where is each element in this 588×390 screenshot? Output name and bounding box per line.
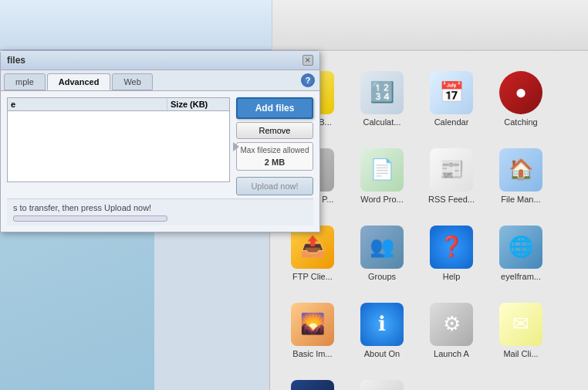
icon-item-13[interactable]: ℹAbout On (347, 290, 417, 364)
max-filesize-label: Max filesize allowed (240, 146, 309, 154)
file-list-header: e Size (KB) (8, 98, 229, 111)
file-list-area: e Size (KB) Add files Remove Max filesiz… (7, 97, 313, 195)
icon-item-9[interactable]: 👥Groups (347, 213, 417, 287)
progress-bar (13, 215, 167, 222)
dialog-content: e Size (KB) Add files Remove Max filesiz… (1, 91, 319, 232)
icon-item-16[interactable]: 🎵Media Pl... (278, 368, 347, 390)
icon-image-13: ℹ (360, 303, 404, 346)
file-list[interactable]: e Size (KB) (7, 97, 230, 182)
arrow-right-indicator (233, 142, 239, 151)
icon-image-17: 🌐 (360, 380, 404, 390)
col-size-header: Size (KB) (167, 98, 229, 110)
icon-label-3: Catching (504, 117, 537, 127)
icon-image-12: 🌄 (291, 303, 334, 346)
icon-image-2: 📅 (430, 71, 473, 114)
icon-label-14: Launch A (434, 349, 469, 359)
icon-image-7: 🏠 (499, 148, 542, 192)
icon-item-2[interactable]: 📅Calendar (417, 59, 486, 132)
icon-image-16: 🎵 (291, 380, 334, 390)
icon-item-6[interactable]: 📰RSS Feed... (417, 136, 486, 209)
icon-item-3[interactable]: ●Catching (486, 59, 556, 132)
tab-simple[interactable]: mple (4, 73, 46, 90)
status-bar: s to transfer, then press Upload now! (7, 198, 313, 226)
col-name-header: e (8, 98, 167, 110)
icon-image-10: ❓ (430, 226, 473, 269)
icon-image-14: ⚙ (430, 303, 473, 346)
remove-button[interactable]: Remove (236, 122, 313, 139)
icon-label-11: eyeIfram... (501, 272, 541, 282)
icon-label-13: About On (364, 349, 400, 359)
icon-item-7[interactable]: 🏠File Man... (486, 136, 556, 209)
tab-advanced[interactable]: Advanced (47, 73, 111, 90)
icon-label-15: Mail Cli... (503, 349, 538, 359)
icon-item-15[interactable]: ✉Mail Cli... (486, 290, 556, 364)
icon-label-12: Basic Im... (292, 349, 332, 359)
icon-item-14[interactable]: ⚙Launch A (417, 290, 486, 364)
filesize-box: Max filesize allowed 2 MB (236, 142, 313, 171)
icon-item-11[interactable]: 🌐eyeIfram... (486, 213, 556, 287)
max-filesize-value: 2 MB (240, 158, 309, 167)
icon-image-9: 👥 (360, 226, 404, 269)
icon-label-2: Calendar (434, 117, 469, 127)
icon-label-9: Groups (368, 272, 396, 282)
dialog-title: files (7, 55, 25, 66)
icon-image-11: 🌐 (499, 226, 542, 269)
add-files-button[interactable]: Add files (236, 97, 313, 119)
top-bar (0, 0, 588, 50)
icon-item-10[interactable]: ❓Help (417, 213, 486, 287)
button-panel: Add files Remove Max filesize allowed 2 … (236, 97, 313, 195)
icon-image-6: 📰 (430, 148, 473, 192)
top-bar-right-section (272, 0, 588, 50)
icon-image-3: ● (499, 71, 542, 114)
upload-now-button[interactable]: Upload now! (236, 177, 313, 195)
dialog-titlebar: files ✕ (1, 51, 319, 70)
help-button[interactable]: ? (301, 73, 315, 87)
icon-label-5: Word Pro... (360, 195, 403, 205)
status-text: s to transfer, then press Upload now! (13, 203, 151, 212)
icon-item-5[interactable]: 📄Word Pro... (347, 136, 417, 209)
icon-item-17[interactable]: 🌐Interna... (347, 368, 417, 390)
icon-label-7: File Man... (501, 195, 540, 205)
icon-image-15: ✉ (499, 303, 542, 346)
dialog-tabs: mple Advanced Web ? (1, 70, 319, 91)
icon-image-1: 🔢 (360, 71, 404, 114)
icon-image-5: 📄 (360, 148, 404, 192)
icon-item-1[interactable]: 🔢Calculat... (347, 59, 417, 132)
icon-item-12[interactable]: 🌄Basic Im... (278, 290, 347, 364)
icon-label-6: RSS Feed... (428, 195, 475, 205)
dialog-close-button[interactable]: ✕ (302, 55, 313, 66)
upload-dialog: files ✕ mple Advanced Web ? e Size (KB) (0, 50, 320, 232)
icon-label-1: Calculat... (363, 117, 401, 127)
tab-web[interactable]: Web (112, 73, 152, 90)
icon-label-10: Help (443, 272, 461, 282)
icon-label-8: FTP Clie... (292, 272, 333, 282)
